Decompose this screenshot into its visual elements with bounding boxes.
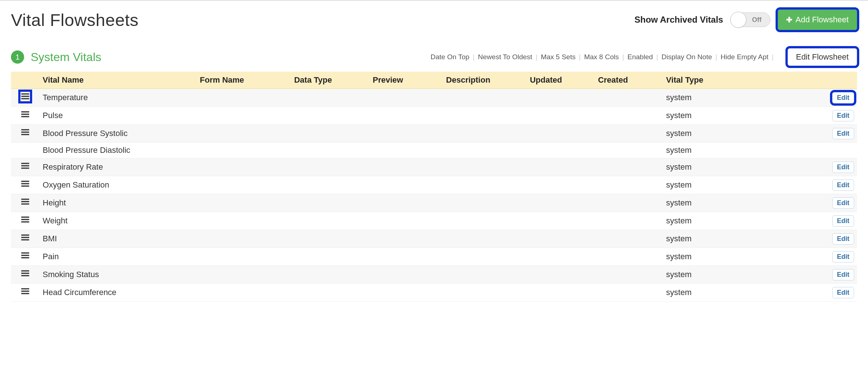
cell-desc: [443, 158, 527, 176]
section-header: 1 System Vitals Date On Top | Newest To …: [11, 48, 857, 72]
cell-dtype: [291, 176, 370, 194]
cell-updated: [527, 212, 595, 230]
cell-dtype: [291, 194, 370, 212]
edit-row-button[interactable]: Edit: [832, 128, 854, 139]
drag-handle-icon[interactable]: [20, 161, 30, 171]
table-row: Head CircumferencesystemEdit: [11, 284, 857, 302]
edit-flowsheet-button[interactable]: Edit Flowsheet: [788, 48, 857, 66]
svg-rect-10: [22, 165, 30, 166]
drag-handle-icon[interactable]: [20, 287, 30, 296]
separator: |: [534, 53, 540, 61]
cell-form: [197, 143, 291, 158]
cell-form: [197, 284, 291, 302]
drag-handle-icon[interactable]: [20, 197, 30, 207]
cell-vtype: system: [663, 158, 820, 176]
edit-row-button[interactable]: Edit: [832, 197, 854, 209]
edit-row-button[interactable]: Edit: [832, 287, 854, 298]
svg-rect-20: [22, 221, 30, 222]
section-left: 1 System Vitals: [11, 50, 101, 64]
cell-desc: [443, 194, 527, 212]
svg-rect-18: [22, 216, 30, 218]
edit-row-button[interactable]: Edit: [832, 162, 854, 173]
svg-rect-25: [22, 255, 30, 256]
drag-handle-icon[interactable]: [20, 179, 30, 189]
edit-row-button[interactable]: Edit: [832, 233, 854, 245]
actions-cell: Edit: [821, 212, 857, 230]
cell-preview: [370, 107, 443, 125]
drag-handle-icon[interactable]: [20, 269, 30, 278]
drag-handle-icon[interactable]: [20, 215, 30, 224]
cell-updated: [527, 248, 595, 266]
svg-rect-13: [22, 183, 30, 184]
actions-cell: Edit: [821, 248, 857, 266]
cell-created: [595, 176, 663, 194]
col-vital-name: Vital Name: [40, 72, 197, 89]
cell-preview: [370, 212, 443, 230]
cell-desc: [443, 89, 527, 107]
section-meta-item: Enabled: [627, 53, 653, 61]
section-number-badge: 1: [11, 50, 24, 64]
cell-desc: [443, 266, 527, 284]
drag-handle-icon[interactable]: [20, 233, 30, 242]
col-description: Description: [443, 72, 527, 89]
cell-form: [197, 158, 291, 176]
cell-vtype: system: [663, 212, 820, 230]
table-row: TemperaturesystemEdit: [11, 89, 857, 107]
cell-form: [197, 230, 291, 248]
table-row: Oxygen SaturationsystemEdit: [11, 176, 857, 194]
drag-cell: [11, 212, 40, 230]
section-meta-item: Display On Note: [662, 53, 712, 61]
cell-created: [595, 125, 663, 143]
cell-vtype: system: [663, 266, 820, 284]
svg-rect-0: [22, 93, 30, 94]
drag-cell: [11, 176, 40, 194]
svg-rect-3: [22, 111, 30, 112]
cell-desc: [443, 230, 527, 248]
section-meta-item: Max 8 Cols: [584, 53, 619, 61]
cell-desc: [443, 107, 527, 125]
separator: |: [620, 53, 626, 61]
svg-rect-2: [22, 98, 30, 99]
drag-cell: [11, 143, 40, 158]
edit-row-button[interactable]: Edit: [832, 180, 854, 191]
drag-cell: [11, 194, 40, 212]
show-archived-toggle[interactable]: Off: [730, 12, 770, 27]
edit-row-button[interactable]: Edit: [832, 92, 854, 103]
edit-row-button[interactable]: Edit: [832, 269, 854, 280]
drag-handle-icon[interactable]: [20, 110, 30, 119]
svg-rect-11: [22, 167, 30, 169]
table-row: PulsesystemEdit: [11, 107, 857, 125]
edit-row-button[interactable]: Edit: [832, 251, 854, 263]
svg-rect-24: [22, 252, 30, 253]
actions-cell: Edit: [821, 107, 857, 125]
show-archived-label: Show Archived Vitals: [635, 15, 723, 25]
actions-cell: Edit: [821, 125, 857, 143]
cell-preview: [370, 158, 443, 176]
table-row: Blood Pressure Diastolicsystem: [11, 143, 857, 158]
section-meta-item: Date On Top: [430, 53, 469, 61]
cell-preview: [370, 266, 443, 284]
add-flowsheet-button[interactable]: ✚ Add Flowsheet: [778, 10, 857, 30]
drag-handle-icon[interactable]: [20, 92, 30, 101]
drag-cell: [11, 266, 40, 284]
table-row: Smoking StatussystemEdit: [11, 266, 857, 284]
table-row: Blood Pressure SystolicsystemEdit: [11, 125, 857, 143]
cell-updated: [527, 125, 595, 143]
cell-vtype: system: [663, 248, 820, 266]
edit-row-button[interactable]: Edit: [832, 215, 854, 227]
cell-preview: [370, 230, 443, 248]
cell-name: Blood Pressure Diastolic: [40, 143, 197, 158]
cell-vtype: system: [663, 176, 820, 194]
cell-desc: [443, 248, 527, 266]
cell-form: [197, 248, 291, 266]
drag-handle-icon[interactable]: [20, 251, 30, 260]
drag-handle-icon[interactable]: [20, 128, 30, 137]
svg-rect-22: [22, 237, 30, 238]
drag-cell: [11, 248, 40, 266]
edit-row-button[interactable]: Edit: [832, 110, 854, 121]
page-header: Vital Flowsheets Show Archived Vitals Of…: [11, 10, 857, 30]
cell-preview: [370, 89, 443, 107]
cell-created: [595, 212, 663, 230]
svg-rect-8: [22, 134, 30, 135]
actions-cell: Edit: [821, 158, 857, 176]
